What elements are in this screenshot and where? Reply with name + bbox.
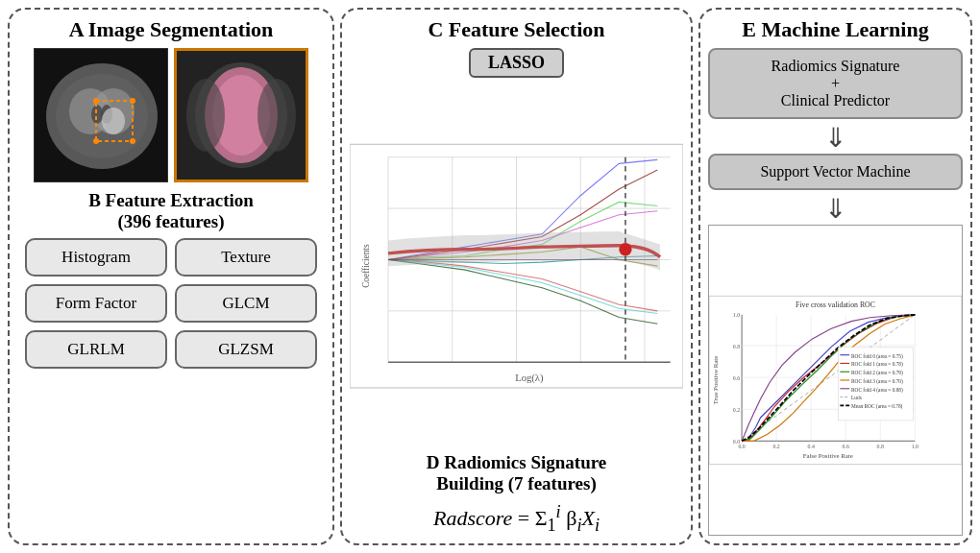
- svg-text:False Positive Rate: False Positive Rate: [803, 452, 853, 459]
- svg-point-11: [93, 138, 99, 144]
- panel-c: C Feature Selection LASSO: [340, 8, 693, 545]
- svg-point-7: [102, 108, 125, 134]
- feature-histogram: Histogram: [25, 238, 167, 276]
- panel-d-title: D Radiomics Signature Building (7 featur…: [427, 452, 607, 494]
- svg-text:ROC fold 1 (area = 0.78): ROC fold 1 (area = 0.78): [851, 361, 903, 368]
- panel-a-title: A Image Segmentation: [69, 17, 274, 42]
- svg-point-18: [257, 79, 296, 152]
- svg-text:Mean ROC (area = 0.78): Mean ROC (area = 0.78): [851, 403, 903, 410]
- arrow-down-1: ⇓: [824, 125, 846, 152]
- arrow-down-2: ⇓: [824, 196, 846, 223]
- svg-text:Luck: Luck: [851, 395, 862, 400]
- svg-text:0.6: 0.6: [733, 375, 740, 381]
- svg-text:0.2: 0.2: [772, 444, 779, 449]
- svg-text:0.2: 0.2: [733, 407, 740, 413]
- feature-grid: Histogram Texture Form Factor GLCM GLRLM…: [17, 238, 325, 369]
- image-row: [34, 48, 308, 182]
- svg-text:0.4: 0.4: [808, 444, 815, 449]
- svg-point-17: [186, 79, 225, 152]
- svg-text:ROC fold 4 (area = 0.88): ROC fold 4 (area = 0.88): [851, 387, 903, 394]
- feature-glrlm: GLRLM: [25, 330, 167, 369]
- roc-chart: Five cross validation ROC 0.0 0.2 0.4 0.…: [708, 225, 963, 536]
- ct-scan-left: [34, 48, 168, 182]
- feature-texture: Texture: [175, 238, 317, 276]
- svg-text:0.0: 0.0: [733, 439, 740, 445]
- svg-point-31: [619, 243, 631, 255]
- feature-glzsm: GLZSM: [175, 330, 317, 369]
- panel-e-title: E Machine Learning: [742, 17, 928, 42]
- svg-text:0.8: 0.8: [877, 444, 884, 449]
- svg-text:0.8: 0.8: [733, 344, 740, 349]
- svg-text:ROC fold 3 (area = 0.70): ROC fold 3 (area = 0.70): [851, 378, 903, 385]
- panel-a: A Image Segmentation: [8, 8, 334, 545]
- lasso-label: LASSO: [469, 48, 564, 78]
- svg-point-10: [130, 98, 135, 104]
- svg-text:True Positive Rate: True Positive Rate: [712, 356, 719, 404]
- panel-e: E Machine Learning Radiomics Signature +…: [698, 8, 972, 545]
- svg-text:Log(λ): Log(λ): [515, 372, 544, 384]
- panel-c-title: C Feature Selection: [428, 17, 604, 42]
- radiomics-signature-box: Radiomics Signature + Clinical Predictor: [708, 48, 963, 119]
- svg-text:1.0: 1.0: [733, 312, 740, 318]
- feature-glcm: GLCM: [175, 284, 317, 323]
- ct-scan-right: [174, 48, 308, 182]
- svm-box: Support Vector Machine: [708, 154, 963, 190]
- feature-extraction-title: B Feature Extraction (396 features): [88, 190, 254, 232]
- svg-text:Coefficients: Coefficients: [361, 244, 371, 288]
- svg-point-12: [130, 138, 135, 144]
- svg-text:ROC fold 2 (area = 0.79): ROC fold 2 (area = 0.79): [851, 370, 903, 376]
- svg-text:ROC fold 0 (area = 0.75): ROC fold 0 (area = 0.75): [851, 353, 903, 360]
- lasso-chart: Log(λ) Coefficients: [350, 84, 683, 448]
- feature-formfactor: Form Factor: [25, 284, 167, 323]
- svg-text:Five cross validation ROC: Five cross validation ROC: [796, 301, 875, 309]
- radscore-formula: Radscore = Σ1i βiXi: [433, 502, 600, 536]
- svg-point-9: [93, 98, 99, 104]
- svg-text:1.0: 1.0: [912, 444, 919, 449]
- svg-text:0.6: 0.6: [843, 444, 849, 449]
